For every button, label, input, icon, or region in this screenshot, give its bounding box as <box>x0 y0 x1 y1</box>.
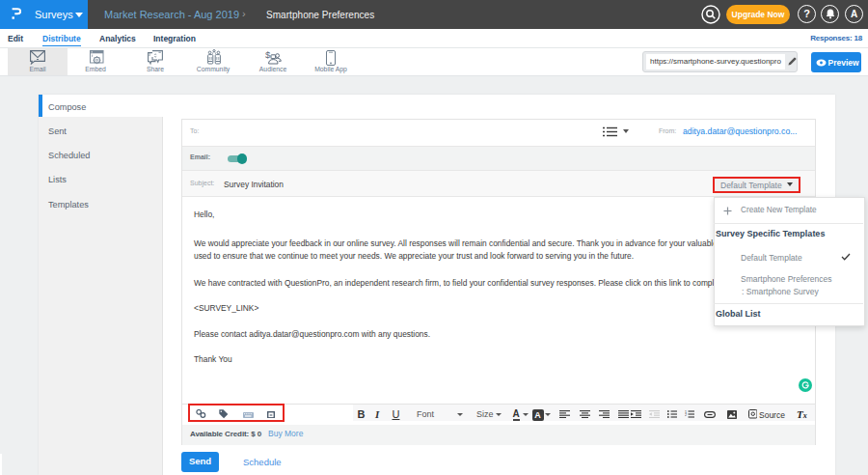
svg-text:$: $ <box>265 49 271 60</box>
svg-text:2: 2 <box>685 413 687 417</box>
